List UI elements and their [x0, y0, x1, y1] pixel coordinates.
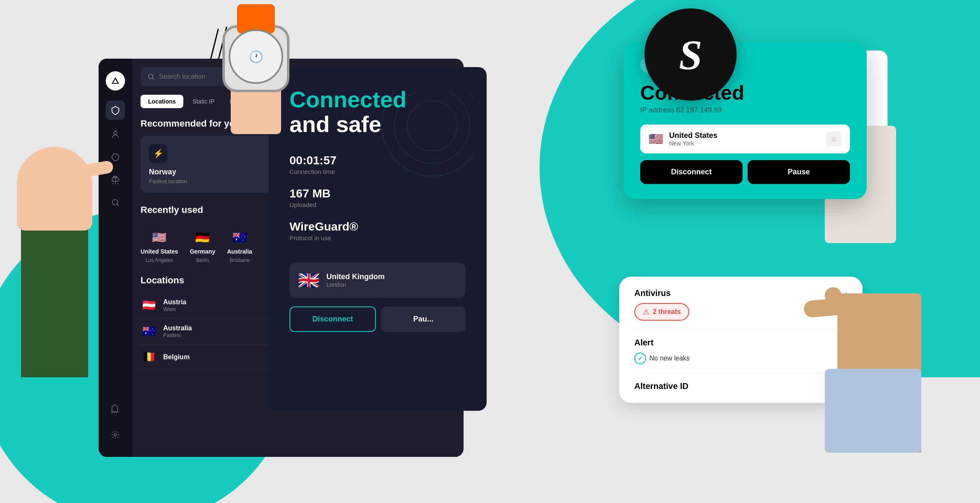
svg-point-11: [407, 101, 457, 151]
search-icon: [147, 73, 155, 80]
safe-badge: ✓ No new leaks: [634, 353, 690, 364]
au-flag: 🇦🇺: [229, 229, 250, 246]
card-location-row[interactable]: 🇺🇸 United States New York ☆: [640, 124, 850, 153]
protocol-value: WireGuard®: [289, 220, 466, 233]
svg-point-6: [112, 200, 118, 205]
threat-text: 2 threats: [653, 308, 681, 316]
hand-antivirus: [804, 285, 921, 453]
recent-item-au[interactable]: 🇦🇺 Australia Brisbane: [227, 229, 252, 263]
card-location-info: United States New York: [669, 131, 821, 147]
svg-point-4: [114, 131, 117, 134]
current-location-flag: 🇬🇧: [298, 270, 320, 290]
current-location-bar[interactable]: 🇬🇧 United Kingdom London: [289, 262, 466, 298]
norway-icon: ⚡: [149, 144, 167, 163]
antivirus-title: Antivirus: [634, 288, 671, 298]
de-flag: 🇩🇪: [192, 229, 214, 246]
sidebar-icon-shield[interactable]: [106, 101, 125, 120]
threat-badge[interactable]: ⚠ 2 threats: [634, 303, 689, 321]
safe-text: No new leaks: [649, 355, 690, 362]
current-location-info: United Kingdom London: [326, 272, 385, 288]
surfshark-logo-circle: S: [644, 8, 737, 101]
au-country: Australia: [227, 248, 252, 255]
hand-watch: 🕐: [210, 0, 302, 134]
card-action-buttons: Disconnect Pause: [640, 160, 850, 184]
pause-button[interactable]: Pau...: [381, 306, 466, 332]
norway-sub: Fastest location: [149, 178, 287, 184]
us-country: United States: [141, 248, 178, 255]
card-ip-address: IP address 62.197.149.69: [640, 106, 850, 114]
card-pause-button[interactable]: Pause: [748, 160, 850, 184]
svg-point-10: [394, 92, 470, 163]
svg-point-8: [149, 74, 153, 79]
au-city: Brisbane: [229, 257, 249, 263]
sidebar-icon-settings[interactable]: [106, 425, 125, 444]
safe-check-icon: ✓: [634, 353, 646, 364]
card-city: New York: [669, 140, 821, 147]
us-flag: 🇺🇸: [149, 229, 170, 246]
recently-used-title: Recently used: [141, 205, 203, 215]
card-disconnect-button[interactable]: Disconnect: [640, 160, 743, 184]
tab-locations[interactable]: Locations: [141, 95, 183, 108]
de-country: Germany: [190, 248, 215, 255]
sidebar-icon-ghost[interactable]: [106, 399, 125, 418]
card-star-button[interactable]: ☆: [826, 132, 842, 147]
recent-item-de[interactable]: 🇩🇪 Germany Berlin: [190, 229, 215, 263]
de-city: Berlin: [196, 257, 209, 263]
alt-id-title: Alternative ID: [634, 381, 688, 391]
norway-name: Norway: [149, 168, 287, 176]
protocol-stat: WireGuard® Protocol in use: [289, 220, 466, 241]
sidebar: [99, 59, 132, 457]
australia-flag: 🇦🇺: [142, 325, 157, 338]
sidebar-icon-face[interactable]: [106, 125, 125, 144]
card-location-flag: 🇺🇸: [649, 132, 663, 146]
current-location-country: United Kingdom: [326, 272, 385, 281]
threat-warning-icon: ⚠: [643, 307, 649, 316]
svg-point-7: [114, 433, 117, 436]
current-location-city: London: [326, 281, 385, 288]
us-city: Los Angeles: [146, 257, 173, 263]
belgium-flag: 🇧🇪: [142, 350, 157, 363]
action-buttons: Disconnect Pau...: [289, 306, 466, 332]
ring-decoration: [348, 92, 474, 220]
protocol-label: Protocol in use: [289, 234, 466, 241]
hand-left: [13, 134, 96, 377]
card-country: United States: [669, 131, 821, 140]
sidebar-icon-search[interactable]: [106, 193, 125, 212]
austria-flag: 🇦🇹: [142, 299, 157, 312]
disconnect-button[interactable]: Disconnect: [289, 306, 376, 332]
recent-item-us[interactable]: 🇺🇸 United States Los Angeles: [141, 229, 178, 263]
app-logo: [106, 71, 125, 91]
